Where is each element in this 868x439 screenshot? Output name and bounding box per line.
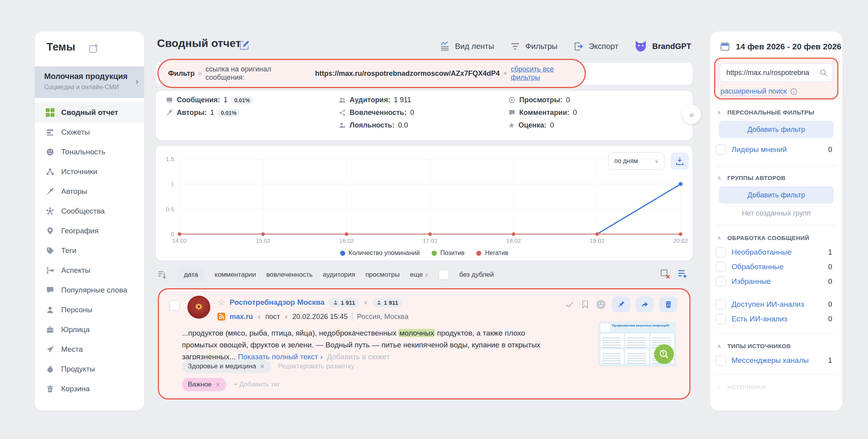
post-author-avatar[interactable] [187, 296, 210, 319]
sidebar-item-legal-entities[interactable]: Юрлица [35, 320, 144, 340]
sort-tab-comments[interactable]: комментарии [215, 271, 256, 279]
no-duplicates-checkbox[interactable] [439, 270, 449, 280]
section-message-processing[interactable]: ∧ ОБРАБОТКА СООБЩЕНИЙ [717, 235, 809, 241]
legend-item-negative[interactable]: Негатив [476, 250, 508, 257]
post-attachment-thumbnail[interactable]: Профилактика кишечных инфекций! T [599, 322, 676, 366]
messenger-channels-checkbox[interactable] [716, 355, 726, 366]
svg-text:14.02: 14.02 [172, 237, 187, 244]
remove-tag-icon[interactable]: ✕ [260, 363, 265, 370]
calendar-icon [720, 41, 730, 52]
zoom-text-badge[interactable]: T [654, 344, 674, 364]
stat-views: Просмотры:0 [508, 96, 570, 104]
mark-processed-icon[interactable] [565, 299, 575, 310]
date-range-picker[interactable]: 14 фев 2026 - 20 фев 2026 [720, 41, 842, 52]
chevron-down-icon[interactable]: ∨ [257, 314, 261, 320]
post-source-link[interactable]: max.ru [230, 313, 253, 321]
sidebar-item-popular-words[interactable]: Популярные слова [35, 280, 144, 300]
sidebar-item-trash[interactable]: Корзина [35, 379, 144, 399]
sort-tab-date[interactable]: дата [178, 268, 204, 282]
stat-authors: Авторы:10.01% [166, 109, 239, 117]
sort-icon[interactable] [157, 270, 167, 280]
post-author-name[interactable]: Роспотребнадзор Москва [230, 298, 325, 307]
more-dropdown[interactable]: еще ∨ [410, 271, 428, 279]
important-tag[interactable]: Важное✕ [182, 378, 226, 391]
ai-exists-checkbox[interactable] [716, 314, 726, 324]
favorite-star-icon[interactable]: ☆ [217, 297, 225, 308]
theme-selector[interactable]: Молочная продукция Соцмедиа и онлайн-СМИ… [35, 66, 144, 98]
ai-available-checkbox[interactable] [716, 299, 726, 310]
filters-button[interactable]: Фильтры [510, 41, 557, 52]
add-theme-button[interactable] [88, 43, 99, 54]
maxru-checkbox[interactable] [716, 396, 726, 407]
audience-badge[interactable]: 1 911 [329, 298, 359, 308]
search-field[interactable] [720, 63, 833, 82]
delete-button[interactable] [659, 296, 677, 312]
pin-button[interactable] [612, 296, 630, 312]
edit-report-button[interactable] [238, 39, 250, 51]
legend-dot [432, 251, 437, 256]
popular-words-icon [46, 286, 54, 295]
favorites-checkbox[interactable] [716, 276, 726, 287]
legend-item-positive[interactable]: Позитив [432, 250, 464, 257]
post-select-checkbox[interactable] [169, 300, 180, 311]
rating-star-icon: ★ [508, 122, 515, 129]
sort-tab-engagement[interactable]: вовлеченность [266, 271, 312, 279]
legend-item-mentions[interactable]: Количество упоминаний [340, 250, 420, 257]
divider [716, 374, 837, 375]
pin-icon [617, 300, 625, 309]
bookmark-icon[interactable] [580, 300, 590, 309]
edit-markup-link[interactable]: Редактировать разметку [278, 362, 354, 370]
category-tag[interactable]: Здоровье и медицина✕ [182, 360, 271, 373]
add-tag-link[interactable]: + Добавить тег [234, 381, 280, 388]
tonality-neutral-icon[interactable] [595, 299, 606, 310]
chevron-up-icon: ∧ [717, 384, 721, 390]
sidebar-item-geography[interactable]: География [35, 221, 144, 241]
sidebar-item-summary-report[interactable]: Сводный отчет [35, 103, 144, 122]
deselect-all-icon[interactable] [660, 268, 671, 280]
post-type[interactable]: пост [266, 313, 280, 321]
opinion-leaders-checkbox[interactable] [716, 144, 726, 155]
sidebar-item-persons[interactable]: Персоны [35, 300, 144, 320]
advanced-search-link[interactable]: расширенный поиск [720, 87, 787, 96]
unprocessed-checkbox[interactable] [716, 247, 726, 257]
sidebar-item-tonality[interactable]: Тональность [35, 142, 144, 162]
search-input[interactable] [726, 68, 816, 77]
sort-tab-views[interactable]: просмотры [365, 271, 400, 279]
sidebar-item-sources[interactable]: Источники [35, 162, 144, 182]
sidebar-item-products[interactable]: Продукты [35, 359, 144, 379]
sidebar-item-plots[interactable]: Сюжеты [35, 122, 144, 142]
remove-tag-icon[interactable]: ✕ [215, 381, 220, 388]
magnifier-icon: T [658, 348, 670, 360]
filter-row-ai-available: Доступен ИИ-анализ 0 [716, 299, 837, 310]
brandgpt-button[interactable]: BrandGPT [634, 39, 691, 53]
share-button[interactable] [636, 296, 654, 312]
post-tags-row: Важное✕ + Добавить тег [182, 378, 280, 391]
chevron-down-icon[interactable]: ∨ [284, 314, 288, 320]
search-icon[interactable] [819, 68, 828, 77]
add-author-group-button[interactable]: Добавить фильтр [719, 186, 834, 204]
section-author-groups[interactable]: ∧ ГРУППЫ АВТОРОВ [717, 174, 786, 181]
chevron-down-icon[interactable]: ∨ [364, 300, 368, 306]
info-icon[interactable] [790, 88, 798, 96]
add-personal-filter-button[interactable]: Добавить фильтр [719, 121, 834, 138]
sidebar-item-label: Места [61, 345, 83, 354]
sidebar-item-authors[interactable]: Авторы [35, 182, 144, 201]
add-to-feed-icon[interactable] [677, 268, 688, 280]
sidebar-item-aspects[interactable]: Аспекты [35, 261, 144, 280]
clear-all-filters-link[interactable]: сбросить все фильтры [511, 65, 585, 82]
feed-view-button[interactable]: Вид ленты [440, 41, 494, 52]
sidebar-item-tags[interactable]: Теги [35, 241, 144, 261]
export-button[interactable]: Экспорт [573, 41, 618, 52]
section-personal-filters[interactable]: ∧ ПЕРСОНАЛЬНЫЕ ФИЛЬТРЫ [717, 109, 814, 116]
sidebar-item-places[interactable]: Места [35, 340, 144, 359]
section-source-types[interactable]: ∧ ТИПЫ ИСТОЧНИКОВ [717, 343, 791, 349]
section-sources[interactable]: ∧ ИСТОЧНИКИ [717, 384, 766, 390]
audience-badge-2[interactable]: 1 911 [372, 298, 403, 308]
sort-tab-audience[interactable]: аудитория [323, 271, 355, 279]
geography-icon [46, 227, 54, 235]
remove-filter-button[interactable]: × [503, 69, 507, 77]
processed-checkbox[interactable] [716, 262, 726, 272]
collapse-panel-button[interactable]: » [682, 105, 701, 124]
sidebar-item-communities[interactable]: Сообщества [35, 201, 144, 221]
audience-icon [339, 96, 346, 104]
